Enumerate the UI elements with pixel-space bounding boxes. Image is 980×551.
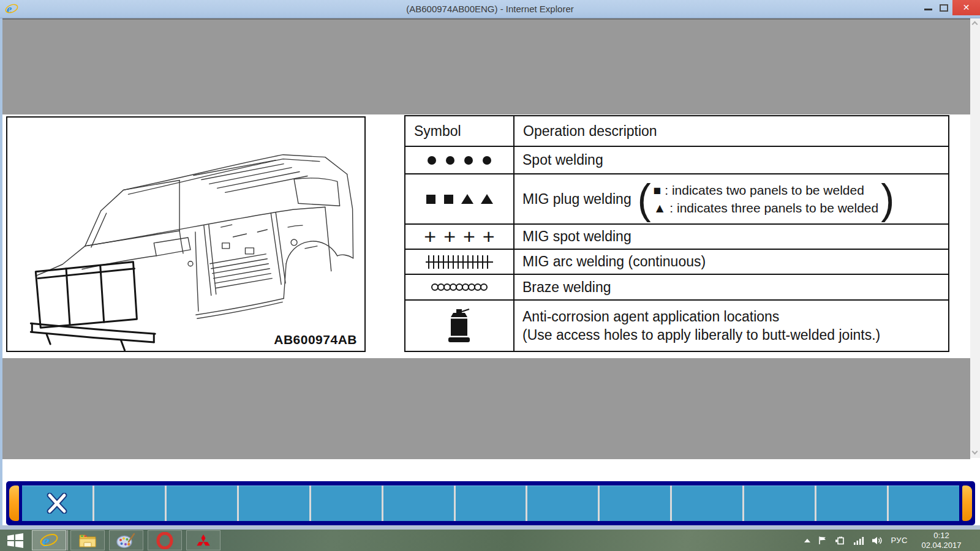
taskbar-app-internet-explorer[interactable]: e [32,530,66,550]
spray-can-icon [447,307,472,344]
power-icon[interactable] [835,536,846,545]
volume-icon[interactable] [872,536,883,545]
scroll-down-button[interactable] [970,448,980,458]
clock-date: 02.04.2017 [914,541,969,550]
toolbar-segment-11[interactable] [744,485,816,521]
window-title: (AB600974AB00ENG) - Internet Explorer [0,0,980,18]
mitsubishi-logo-icon [195,534,211,547]
plus-marks-icon: ++++ [417,225,502,249]
paint-palette-icon [116,532,136,549]
network-signal-icon[interactable] [854,536,864,545]
opera-icon [156,532,173,549]
toolbar-scroll-tab-left[interactable] [9,485,19,521]
filled-square-icon [444,195,453,204]
small-circle-icon [480,283,488,291]
mig-arc-welding-description: MIG arc welding (continuous) [514,250,948,274]
navigation-toolbar [6,481,975,525]
internet-explorer-icon: e [40,531,58,550]
close-button[interactable]: ✕ [952,0,980,15]
taskbar-app-file-explorer[interactable] [70,530,105,550]
taskbar-app-paint[interactable] [109,530,143,550]
mig-spot-welding-symbol: ++++ [405,225,513,249]
taskbar-app-opera[interactable] [148,530,182,550]
chevron-up-icon [972,21,978,28]
scroll-up-button[interactable] [970,18,980,29]
mig-note-line-2: ▲ : indicates three panels to be welded [654,199,879,217]
taskbar: e [0,530,980,551]
toolbar-segment-6[interactable] [383,485,456,521]
spot-welding-description: Spot welding [514,147,948,173]
vertical-scrollbar[interactable] [970,18,980,458]
toolbar-segment-12[interactable] [816,485,889,521]
filled-circle-icon [446,156,454,165]
x-mark-icon [45,493,69,514]
anti-corrosion-symbol [405,301,513,351]
mig-plug-welding-symbol [405,174,513,223]
toolbar-segment-3[interactable] [167,485,239,521]
toolbar-segments [22,485,959,521]
braze-welding-description: Braze welding [514,275,948,299]
window-bottom-edge [0,525,980,530]
mig-plug-welding-description: MIG plug welding ( ■ : indicates two pan… [514,174,948,223]
car-body-figure: AB600974AB [6,116,366,352]
toolbar-segment-7[interactable] [456,485,528,521]
toolbar-segment-2[interactable] [94,485,167,521]
anti-corrosion-description: Anti-corrosion agent application locatio… [514,301,948,351]
filled-triangle-icon [461,194,473,204]
taskbar-app-mitsubishi-asa[interactable] [186,530,221,550]
language-indicator[interactable]: РУС [891,536,908,545]
folder-icon [78,533,97,549]
toolbar-segment-9[interactable] [600,485,672,521]
hatched-line-icon [428,255,491,269]
maximize-button[interactable] [940,4,948,12]
toolbar-segment-5[interactable] [311,485,383,521]
toolbar-scroll-tab-right[interactable] [962,485,972,521]
filled-circle-icon [428,156,436,165]
mig-arc-welding-symbol [405,250,513,274]
taskbar-clock[interactable]: 0:12 02.04.2017 [914,531,969,550]
anti-corrosion-line-2: (Use access holes to apply liberally to … [522,326,880,344]
figure-code-label: AB600974AB [274,332,357,347]
page-margin-bottom [2,358,970,459]
car-body-drawing [7,118,364,351]
svg-text:e: e [42,531,50,550]
toolbar-segment-4[interactable] [239,485,311,521]
mig-spot-welding-description: MIG spot welding [514,225,948,249]
mig-note-line-1: ■ : indicates two panels to be welded [654,181,879,199]
toolbar-segment-10[interactable] [672,485,744,521]
flag-icon[interactable] [818,536,827,545]
filled-square-icon [426,195,435,204]
window-left-border [0,18,2,525]
system-tray: РУС [804,530,908,551]
spot-welding-symbol [405,147,513,173]
chevron-down-icon [972,449,978,455]
toolbar-segment-1[interactable] [22,485,94,521]
toolbar-segment-13[interactable] [889,485,959,521]
filled-triangle-icon [481,194,493,204]
title-bar: e (AB600974AB00ENG) - Internet Explorer … [0,0,980,18]
taskbar-apps: e [32,530,221,550]
filled-circle-icon [464,156,473,165]
start-button[interactable] [6,533,24,549]
tray-expand-icon[interactable] [804,539,810,542]
toolbar-segment-8[interactable] [527,485,600,521]
page-margin-top [2,18,970,114]
table-header-description: Operation description [514,116,948,146]
braze-welding-symbol [405,275,513,299]
mig-plug-welding-label: MIG plug welding [522,191,638,208]
clock-time: 0:12 [914,531,969,541]
anti-corrosion-line-1: Anti-corrosion agent application locatio… [522,307,880,326]
welding-symbol-table: Symbol Operation description Spot weldin… [404,115,949,352]
minimize-button[interactable] [924,9,932,10]
filled-circle-icon [483,156,491,165]
table-header-symbol: Symbol [405,116,513,146]
